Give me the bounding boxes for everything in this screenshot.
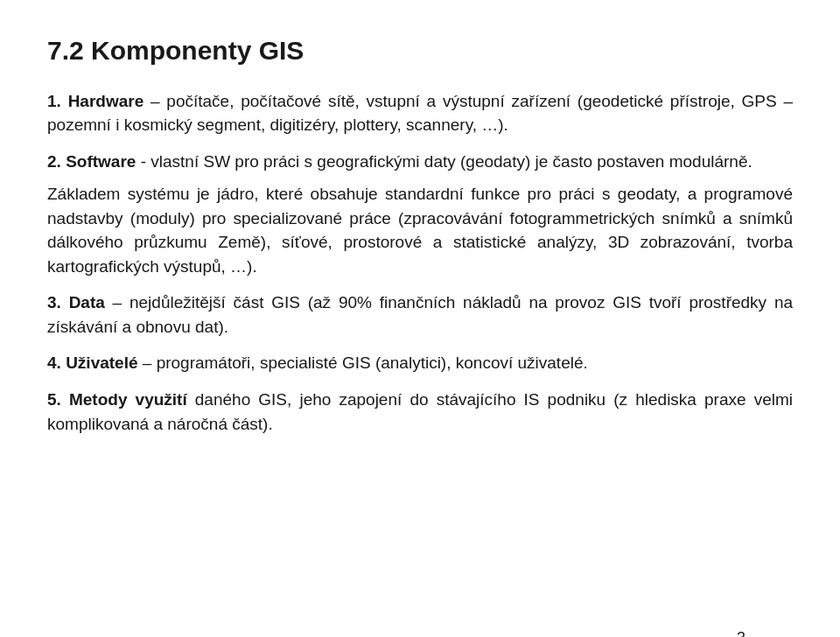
section-2-paragraph: 2. Software - vlastní SW pro práci s geo…	[47, 150, 793, 174]
section-3-keyword: Data	[69, 293, 105, 312]
section-3-number: 3.	[47, 293, 69, 312]
section-2-text: vlastní SW pro práci s geografickými dat…	[150, 152, 752, 171]
section-5-keyword: Metody využití	[69, 390, 187, 409]
page-wrapper: 7.2 Komponenty GIS 1. Hardware – počítač…	[47, 32, 793, 637]
section-3-text: nejdůležitější část GIS (až 90% finanční…	[47, 293, 793, 336]
section-5-dash	[187, 390, 195, 409]
section-3-paragraph: 3. Data – nejdůležitější část GIS (až 90…	[47, 290, 793, 339]
section-2-dash: -	[136, 152, 150, 171]
section-1-keyword: Hardware	[68, 92, 144, 110]
section-1-number: 1.	[47, 92, 68, 110]
section-4-number: 4.	[47, 354, 66, 372]
section-2-number: 2.	[47, 152, 66, 171]
section-1-dash: –	[144, 92, 166, 110]
section-3-block: 3. Data – nejdůležitější část GIS (až 90…	[47, 290, 793, 339]
page-number: 3	[737, 626, 746, 637]
section-5-paragraph: 5. Metody využití daného GIS, jeho zapoj…	[47, 388, 793, 436]
section-4-keyword: Uživatelé	[66, 354, 137, 372]
section-4-block: 4. Uživatelé – programátoři, specialisté…	[47, 351, 793, 375]
section-4-text: programátoři, specialisté GIS (analytici…	[157, 354, 588, 372]
section-2-block: 2. Software - vlastní SW pro práci s geo…	[47, 150, 793, 279]
section-1-paragraph: 1. Hardware – počítače, počítačové sítě,…	[47, 89, 793, 137]
section-5-block: 5. Metody využití daného GIS, jeho zapoj…	[47, 388, 793, 436]
section-4-dash: –	[138, 354, 157, 372]
section-4-paragraph: 4. Uživatelé – programátoři, specialisté…	[47, 351, 793, 375]
section-1-block: 1. Hardware – počítače, počítačové sítě,…	[47, 89, 793, 137]
section-2-keyword: Software	[66, 152, 136, 171]
section-5-number: 5.	[47, 390, 69, 409]
section-2-detail-paragraph: Základem systému je jádro, které obsahuj…	[47, 182, 793, 278]
section-2-detail-text: Základem systému je jádro, které obsahuj…	[47, 185, 793, 276]
section-3-dash: –	[105, 293, 130, 312]
page-title: 7.2 Komponenty GIS	[47, 32, 793, 70]
